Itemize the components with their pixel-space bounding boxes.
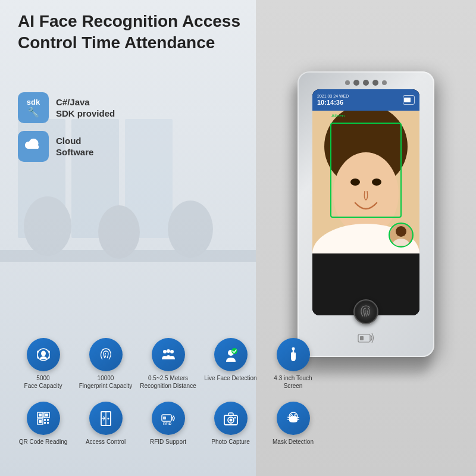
svg-point-31 <box>167 349 170 353</box>
face-capacity-icon <box>27 338 60 371</box>
access-control-label: Access Control <box>86 438 126 446</box>
face-detection-rect: Aileen <box>330 123 402 218</box>
rfid-support-label: RFID Support <box>150 438 186 446</box>
features-row-1: 5000Face Capacity 10000Fingerprint Capac… <box>0 333 476 394</box>
main-content: AI Face Recognition Access Control Time … <box>0 0 476 476</box>
photo-capture-label: Photo Capture <box>211 438 250 446</box>
feature-qr-reading: QR Code Reading <box>12 397 74 450</box>
device-shell: 2021 03 24 WED 10:14:36 <box>298 71 434 357</box>
rfid-support-icon: RFID <box>152 402 185 435</box>
page-title: AI Face Recognition Access Control Time … <box>18 11 256 54</box>
mask-detection-label: Mask Detection <box>273 438 314 446</box>
recognition-distance-icon <box>152 338 185 371</box>
face-display: Aileen <box>312 111 419 253</box>
feature-recognition-distance: 0.5~2.5 MetersRecognition Distance <box>137 333 199 394</box>
feature-rfid-support: RFID RFID Support <box>137 397 199 450</box>
svg-text:RFID: RFID <box>163 422 172 425</box>
qr-reading-label: QR Code Reading <box>19 438 68 446</box>
svg-rect-43 <box>44 422 46 424</box>
status-bar: 2021 03 24 WED 10:14:36 <box>312 89 419 111</box>
features-row-2: QR Code Reading Access Control <box>0 397 476 450</box>
svg-point-54 <box>234 417 236 419</box>
ir-sensor-2 <box>372 80 378 86</box>
sdk-icon: sdk 🔧 <box>18 92 49 123</box>
svg-point-29 <box>163 350 167 353</box>
camera-dot-2 <box>382 80 387 85</box>
camera-dot <box>345 80 350 85</box>
qr-reading-icon <box>27 402 60 435</box>
svg-point-61 <box>294 415 296 416</box>
svg-point-16 <box>396 226 406 237</box>
feature-mask-detection: Mask Detection <box>262 397 324 450</box>
mask-detection-icon <box>277 402 310 435</box>
svg-rect-44 <box>47 422 49 424</box>
live-face-label: Live Face Detection <box>204 374 256 382</box>
svg-point-47 <box>107 418 109 419</box>
feature-face-capacity: 5000Face Capacity <box>12 333 74 394</box>
feature-access-control: Access Control <box>74 397 137 450</box>
sdk-text: C#/Java SDK provided <box>56 96 115 120</box>
svg-rect-40 <box>39 420 42 423</box>
sdk-block: sdk 🔧 C#/Java SDK provided <box>18 92 115 123</box>
recognition-distance-label: 0.5~2.5 MetersRecognition Distance <box>140 374 196 390</box>
cloud-text: Cloud Software <box>56 135 93 158</box>
svg-rect-38 <box>45 414 48 416</box>
fingerprint-sensor <box>353 299 378 324</box>
svg-point-34 <box>292 347 295 350</box>
camera-row <box>312 76 419 89</box>
svg-point-20 <box>41 351 46 356</box>
status-date: 2021 03 24 WED <box>317 94 400 99</box>
fingerprint-capacity-label: 10000Fingerprint Capacity <box>79 374 132 390</box>
svg-rect-41 <box>44 419 46 421</box>
access-control-icon <box>89 402 123 435</box>
face-name: Aileen <box>331 113 345 118</box>
feature-fingerprint-capacity: 10000Fingerprint Capacity <box>74 333 137 394</box>
features-section: 5000Face Capacity 10000Fingerprint Capac… <box>0 333 476 476</box>
svg-point-53 <box>229 419 232 422</box>
svg-point-60 <box>290 415 292 416</box>
svg-rect-36 <box>39 414 42 416</box>
face-capacity-label: 5000Face Capacity <box>24 374 62 390</box>
touch-screen-label: 4.3 inch Touch Screen <box>264 374 322 390</box>
fingerprint-capacity-icon <box>89 338 123 371</box>
photo-capture-icon <box>214 402 248 435</box>
camera-main <box>363 80 369 86</box>
device-container: 2021 03 24 WED 10:14:36 <box>286 60 452 369</box>
device-bezel: 2021 03 24 WED 10:14:36 <box>312 89 419 315</box>
touch-screen-icon <box>277 338 310 371</box>
status-time: 10:14:36 <box>317 99 400 106</box>
title-block: AI Face Recognition Access Control Time … <box>18 11 256 54</box>
svg-rect-42 <box>47 419 49 421</box>
svg-point-30 <box>170 350 174 353</box>
profile-thumbnail <box>389 223 414 248</box>
svg-rect-49 <box>163 416 166 419</box>
battery-icon <box>403 95 415 105</box>
ir-sensor <box>353 80 359 86</box>
feature-live-face: Live Face Detection <box>199 333 262 387</box>
cloud-icon <box>18 131 49 162</box>
cloud-block: Cloud Software <box>18 131 93 162</box>
device-screen: 2021 03 24 WED 10:14:36 <box>312 89 419 315</box>
feature-photo-capture: Photo Capture <box>199 397 262 450</box>
live-face-icon <box>214 338 248 371</box>
feature-touch-screen: 4.3 inch Touch Screen <box>262 333 324 394</box>
